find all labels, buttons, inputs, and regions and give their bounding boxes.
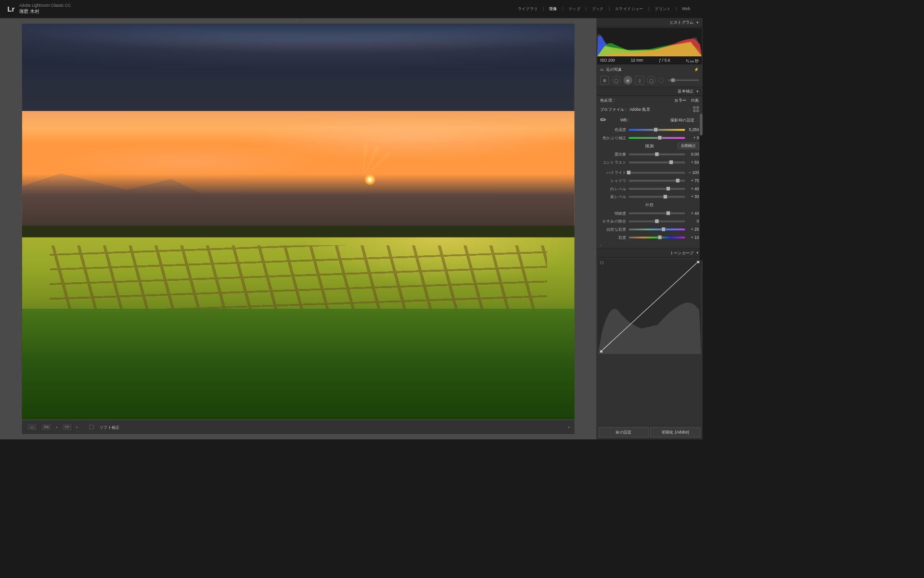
crop-tool[interactable]: ⊞ <box>600 76 609 84</box>
vibrance-slider[interactable] <box>629 226 685 233</box>
redeye-tool[interactable]: ◉ <box>624 76 632 84</box>
loupe-view-button[interactable]: ▭ <box>26 423 38 431</box>
shadows-slider[interactable] <box>629 177 685 184</box>
soft-proof-checkbox[interactable] <box>90 425 94 429</box>
treatment-color[interactable]: カラー <box>674 97 686 103</box>
tone-subheader: 階調自動補正 <box>596 142 703 150</box>
user-name: 琢磨 木村 <box>19 8 71 15</box>
tonecurve-header[interactable]: トーンカーブ▼ <box>596 249 703 257</box>
original-photo-label[interactable]: 元の写真 <box>606 66 622 72</box>
photo-canvas[interactable] <box>22 24 575 419</box>
right-panel: ヒストグラム▼ ISO 200 12 mm ƒ / 5.6 ¹⁄₁₀₀₀ 秒 ▭… <box>596 18 703 439</box>
exposure-slider[interactable] <box>629 151 685 158</box>
module-nav: ライブラリ| 現像| マップ| ブック| スライドショー| プリント| Web <box>513 6 695 12</box>
nav-develop[interactable]: 現像 <box>544 6 562 12</box>
wb-row: ✎ WB : 撮影時の設定 ⁚ <box>596 114 703 125</box>
top-panel-toggle[interactable]: ▲ <box>295 18 301 21</box>
canvas-toolbar: ▭ RA ▾ YY ▾ ソフト校正 ▾ <box>22 420 575 434</box>
app-logo: Lr <box>7 5 14 13</box>
nav-map[interactable]: マップ <box>563 6 585 12</box>
svg-rect-2 <box>697 261 700 263</box>
tool-strip: ⊞ ◯ ◉ ▯ ◯ <box>596 74 703 87</box>
previous-settings-button[interactable]: 前の設定 <box>599 427 649 437</box>
before-after-tb-button[interactable]: YY <box>62 423 73 431</box>
basic-header[interactable]: 基本補正▼ <box>596 87 703 96</box>
crop-icon: ▭ <box>600 67 604 72</box>
whites-slider[interactable] <box>629 185 685 192</box>
histogram-shutter: ¹⁄₁₀₀₀ 秒 <box>686 58 699 63</box>
contrast-slider[interactable] <box>629 159 685 166</box>
flash-icon: ⚡ <box>694 67 699 72</box>
presence-subheader: 外観 <box>596 201 703 209</box>
nav-web[interactable]: Web <box>677 6 695 12</box>
histogram-header[interactable]: ヒストグラム▼ <box>596 18 703 27</box>
nav-library[interactable]: ライブラリ <box>513 6 543 12</box>
reset-button[interactable]: 初期化 (Adobe) <box>650 427 700 437</box>
nav-slideshow[interactable]: スライドショー <box>610 6 648 12</box>
blacks-slider[interactable] <box>629 193 685 200</box>
auto-tone-button[interactable]: 自動補正 <box>678 143 699 149</box>
spot-tool[interactable]: ◯ <box>612 76 620 84</box>
profile-row: プロファイル : Adobe 風景 ⁚ <box>596 105 703 114</box>
svg-point-3 <box>600 261 603 264</box>
saturation-slider[interactable] <box>629 234 685 241</box>
highlights-slider[interactable] <box>629 169 685 176</box>
tint-slider[interactable] <box>629 134 685 141</box>
soft-proof-label: ソフト校正 <box>100 424 120 430</box>
app-identity: Adobe Lightroom Classic CC 琢磨 木村 <box>19 3 71 15</box>
histogram-iso: ISO 200 <box>600 58 615 63</box>
histogram-aperture: ƒ / 5.6 <box>659 58 670 63</box>
app-name: Adobe Lightroom Classic CC <box>19 3 71 8</box>
nav-book[interactable]: ブック <box>587 6 609 12</box>
temp-slider[interactable] <box>629 126 685 133</box>
histogram-focal: 12 mm <box>631 58 643 63</box>
treatment-row: 色表現 : カラー 白黒 <box>596 96 703 104</box>
nav-print[interactable]: プリント <box>649 6 676 12</box>
clarity-slider[interactable] <box>629 210 685 217</box>
mask-slider[interactable] <box>668 79 699 81</box>
canvas-area: ▲ ▭ RA ▾ YY ▾ ソフト校正 ▾ <box>0 18 596 439</box>
svg-rect-1 <box>600 350 603 353</box>
gradient-tool[interactable]: ▯ <box>635 76 644 84</box>
profile-select[interactable]: Adobe 風景 <box>629 106 686 112</box>
radial-tool[interactable]: ◯ <box>647 76 655 84</box>
panel-scrollbar[interactable] <box>700 114 703 260</box>
before-after-lr-button[interactable]: RA <box>41 423 52 431</box>
top-bar: Lr Adobe Lightroom Classic CC 琢磨 木村 ライブラ… <box>0 0 703 18</box>
panel-switch-icon[interactable]: ⫴ <box>596 243 703 248</box>
eyedropper-icon[interactable]: ✎ <box>598 115 608 125</box>
tone-curve[interactable] <box>598 259 701 355</box>
dehaze-slider[interactable] <box>629 218 685 224</box>
histogram[interactable]: ISO 200 12 mm ƒ / 5.6 ¹⁄₁₀₀₀ 秒 <box>597 28 702 65</box>
brush-tool[interactable] <box>659 78 664 83</box>
toolbar-menu-toggle[interactable]: ▾ <box>568 425 570 430</box>
wb-preset[interactable]: 撮影時の設定 <box>670 117 694 122</box>
profile-browser-icon[interactable] <box>693 106 699 112</box>
treatment-bw[interactable]: 白黒 <box>691 97 699 103</box>
